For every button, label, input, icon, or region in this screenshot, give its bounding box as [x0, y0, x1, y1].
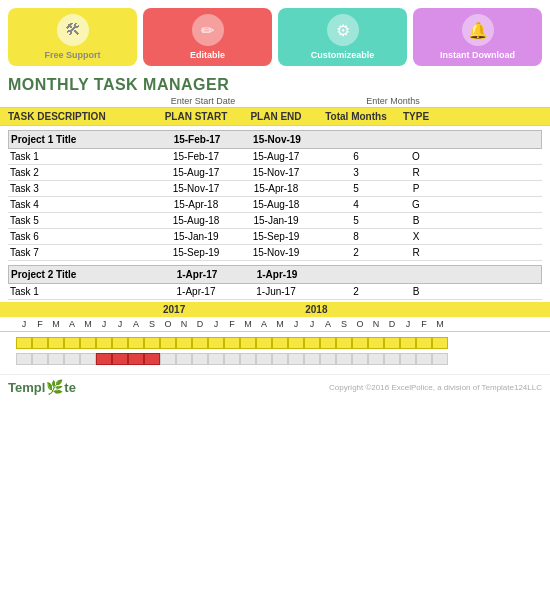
gantt-r1-cell-9: [160, 337, 176, 349]
month-cell-22: N: [368, 319, 384, 329]
task-end-0-2: 15-Apr-18: [236, 183, 316, 194]
task-start-0-3: 15-Apr-18: [156, 199, 236, 210]
col-start-header: PLAN START: [156, 111, 236, 122]
task-row-0-1: Task 2 15-Aug-17 15-Nov-17 3 R: [8, 165, 542, 181]
month-cell-3: A: [64, 319, 80, 329]
card-label-free-support: Free Support: [44, 50, 100, 60]
gantt-r2-cell-13: [224, 353, 240, 365]
month-cell-10: N: [176, 319, 192, 329]
gantt-r1-cell-12: [208, 337, 224, 349]
task-type-0-0: O: [396, 151, 436, 162]
task-name-0-6: Task 7: [8, 247, 156, 258]
gantt-r1-cell-1: [32, 337, 48, 349]
month-cell-17: J: [288, 319, 304, 329]
month-cell-2: M: [48, 319, 64, 329]
gantt-r1-cell-7: [128, 337, 144, 349]
gantt-r2-cell-14: [240, 353, 256, 365]
project-end-0: 15-Nov-19: [237, 134, 317, 145]
gantt-r1-cell-4: [80, 337, 96, 349]
month-cell-24: J: [400, 319, 416, 329]
col-type-header: TYPE: [396, 111, 436, 122]
task-name-0-2: Task 3: [8, 183, 156, 194]
column-headers: TASK DESCRIPTION PLAN START PLAN END Tot…: [0, 107, 550, 126]
task-months-0-1: 3: [316, 167, 396, 178]
task-months-0-3: 4: [316, 199, 396, 210]
task-type-0-5: X: [396, 231, 436, 242]
gantt-r2-cell-26: [432, 353, 448, 365]
gantt-r1-cell-6: [112, 337, 128, 349]
gantt-r2-cell-4: [80, 353, 96, 365]
task-months-1-0: 2: [316, 286, 396, 297]
task-months-0-0: 6: [316, 151, 396, 162]
gantt-r1-cell-20: [336, 337, 352, 349]
gantt-r2-cell-9: [160, 353, 176, 365]
month-cell-18: J: [304, 319, 320, 329]
task-months-0-6: 2: [316, 247, 396, 258]
task-start-0-5: 15-Jan-19: [156, 231, 236, 242]
task-start-0-0: 15-Feb-17: [156, 151, 236, 162]
gantt-r1-cell-18: [304, 337, 320, 349]
gantt-r2-cell-1: [32, 353, 48, 365]
task-row-0-3: Task 4 15-Apr-18 15-Aug-18 4 G: [8, 197, 542, 213]
logo-text-end: te: [64, 380, 76, 395]
gantt-r2-cell-22: [368, 353, 384, 365]
task-start-0-6: 15-Sep-19: [156, 247, 236, 258]
gantt-r2-cell-15: [256, 353, 272, 365]
gantt-r1-cell-10: [176, 337, 192, 349]
month-cell-7: A: [128, 319, 144, 329]
gantt-r2-cell-19: [320, 353, 336, 365]
project-row-0: Project 1 Title 15-Feb-17 15-Nov-19: [8, 130, 542, 149]
month-cell-16: M: [272, 319, 288, 329]
gantt-r2-cell-3: [64, 353, 80, 365]
gantt-r1-cell-8: [144, 337, 160, 349]
month-cell-21: O: [352, 319, 368, 329]
task-row-0-6: Task 7 15-Sep-19 15-Nov-19 2 R: [8, 245, 542, 261]
col-total-header: Total Months: [316, 111, 396, 122]
hint-row: Enter Start Date Enter Months: [0, 96, 550, 106]
gantt-r2-cell-21: [352, 353, 368, 365]
hint-months: Enter Months: [353, 96, 433, 106]
gantt-area: [0, 332, 550, 370]
task-start-0-2: 15-Nov-17: [156, 183, 236, 194]
task-end-0-3: 15-Aug-18: [236, 199, 316, 210]
task-name-0-4: Task 5: [8, 215, 156, 226]
task-name-0-1: Task 2: [8, 167, 156, 178]
month-cell-15: A: [256, 319, 272, 329]
gantt-r2-cell-2: [48, 353, 64, 365]
gantt-r1-cell-3: [64, 337, 80, 349]
month-cell-5: J: [96, 319, 112, 329]
task-end-0-4: 15-Jan-19: [236, 215, 316, 226]
month-cell-0: J: [16, 319, 32, 329]
task-months-0-4: 5: [316, 215, 396, 226]
gantt-r2-cell-0: [16, 353, 32, 365]
footer-logo: Templ🌿te: [8, 379, 76, 395]
gantt-r1-cell-11: [192, 337, 208, 349]
gantt-r1-cell-26: [432, 337, 448, 349]
task-type-0-2: P: [396, 183, 436, 194]
gantt-r1-cell-23: [384, 337, 400, 349]
project-total-0: [317, 134, 397, 145]
gantt-r1-cell-15: [256, 337, 272, 349]
task-name-0-5: Task 6: [8, 231, 156, 242]
gantt-r2-cell-17: [288, 353, 304, 365]
hint-start-date: Enter Start Date: [163, 96, 243, 106]
project-title-0: Project 1 Title: [9, 134, 157, 145]
task-row-0-4: Task 5 15-Aug-18 15-Jan-19 5 B: [8, 213, 542, 229]
gantt-r2-cell-24: [400, 353, 416, 365]
footer-copyright: Copyright ©2016 ExcelPolice, a division …: [329, 383, 542, 392]
month-cell-4: M: [80, 319, 96, 329]
card-icon-instant-download: 🔔: [462, 14, 494, 46]
year-2017: 2017: [163, 304, 185, 315]
gantt-r2-cell-5: [96, 353, 112, 365]
task-type-1-0: B: [396, 286, 436, 297]
gantt-r1-cell-16: [272, 337, 288, 349]
month-cell-14: M: [240, 319, 256, 329]
card-editable: ✏Editable: [143, 8, 272, 66]
footer: Templ🌿te Copyright ©2016 ExcelPolice, a …: [0, 374, 550, 399]
project-row-1: Project 2 Title 1-Apr-17 1-Apr-19: [8, 265, 542, 284]
col-end-header: PLAN END: [236, 111, 316, 122]
gantt-r2-cell-7: [128, 353, 144, 365]
gantt-r1-cell-13: [224, 337, 240, 349]
gantt-r1-cell-0: [16, 337, 32, 349]
task-start-1-0: 1-Apr-17: [156, 286, 236, 297]
